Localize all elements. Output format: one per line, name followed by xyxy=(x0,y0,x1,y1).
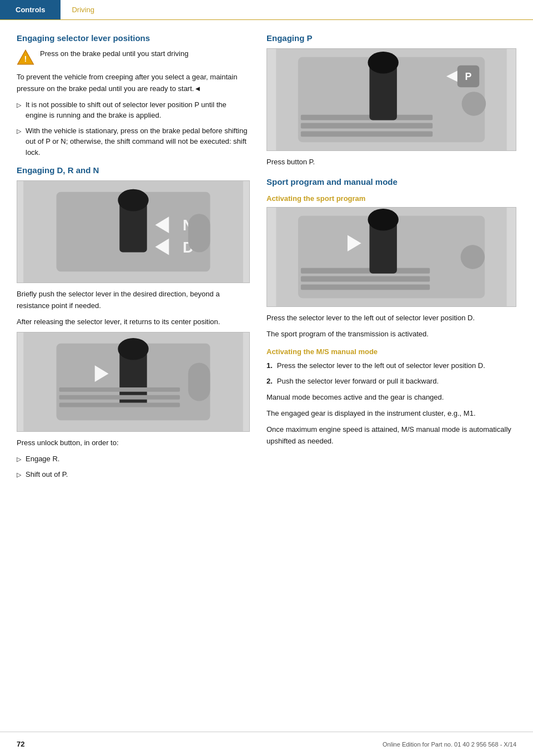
bullet-item-4: ▷ Shift out of P. xyxy=(17,469,250,480)
image-engaging-p: P xyxy=(266,48,516,151)
svg-point-14 xyxy=(118,338,148,360)
svg-rect-18 xyxy=(59,395,180,400)
svg-point-5 xyxy=(118,189,148,211)
body-text-manual-2: The engaged gear is displayed in the ins… xyxy=(266,408,516,420)
svg-text:!: ! xyxy=(24,54,27,63)
header-controls-tab[interactable]: Controls xyxy=(0,0,61,19)
warning-box: ! Press on the brake pedal until you sta… xyxy=(17,48,250,66)
svg-rect-23 xyxy=(301,123,433,129)
body-text-3: After releasing the selector lever, it r… xyxy=(17,316,250,328)
body-text-manual-3: Once maximum engine speed is attained, M… xyxy=(266,424,516,447)
svg-rect-34 xyxy=(301,276,430,281)
drn-illustration: N D xyxy=(17,181,249,283)
image-sport-program xyxy=(266,207,516,307)
svg-rect-17 xyxy=(59,387,180,392)
bullet-arrow-icon-4: ▷ xyxy=(17,470,21,480)
svg-text:P: P xyxy=(465,71,472,82)
body-text-1: To prevent the vehicle from creeping aft… xyxy=(17,72,250,95)
bullet-list-1: ▷ It is not possible to shift out of sel… xyxy=(17,99,250,158)
right-column: Engaging P P Press but xyxy=(266,33,516,487)
svg-point-37 xyxy=(368,209,398,231)
unlock-illustration xyxy=(17,332,249,431)
bullet-text-3: Engage R. xyxy=(26,453,59,465)
section-heading-engaging-drn: Engaging D, R and N xyxy=(17,165,250,175)
num-badge-2: 2. xyxy=(266,376,273,387)
numbered-text-1: Press the selector lever to the left out… xyxy=(277,360,485,371)
body-text-press-p: Press button P. xyxy=(266,157,516,168)
engaging-p-illustration: P xyxy=(267,49,516,150)
controls-label: Controls xyxy=(16,6,45,14)
numbered-item-1: 1. Press the selector lever to the left … xyxy=(266,360,516,371)
body-text-2: Briefly push the selector lever in the d… xyxy=(17,289,250,312)
svg-rect-16 xyxy=(188,363,210,401)
num-badge-1: 1. xyxy=(266,360,273,371)
sport-program-illustration xyxy=(267,208,516,306)
body-text-manual-1: Manual mode becomes active and the gear … xyxy=(266,392,516,404)
bullet-text-2: With the vehicle is stationary, press on… xyxy=(26,125,250,158)
footer-edition: Online Edition for Part no. 01 40 2 956 … xyxy=(383,741,516,748)
section-heading-engaging-p: Engaging P xyxy=(266,33,516,43)
svg-rect-35 xyxy=(301,284,430,290)
svg-point-30 xyxy=(462,92,486,116)
body-text-sport-1: Press the selector lever to the left out… xyxy=(266,313,516,324)
section-heading-sport-manual: Sport program and manual mode xyxy=(266,177,516,187)
bullet-arrow-icon-3: ▷ xyxy=(17,455,21,464)
body-text-sport-2: The sport program of the transmission is… xyxy=(266,329,516,340)
image-drn: N D xyxy=(17,180,250,283)
main-content: Engaging selector lever positions ! Pres… xyxy=(0,20,533,521)
bullet-text-1: It is not possible to shift out of selec… xyxy=(26,99,250,121)
page-number: 72 xyxy=(17,740,24,748)
svg-point-26 xyxy=(368,52,398,74)
subsection-heading-activating-sport: Activating the sport program xyxy=(266,194,516,203)
page-footer: 72 Online Edition for Part no. 01 40 2 9… xyxy=(0,732,533,756)
numbered-item-2: 2. Push the selector lever forward or pu… xyxy=(266,376,516,387)
svg-rect-22 xyxy=(301,115,433,120)
bullet-item-2: ▷ With the vehicle is stationary, press … xyxy=(17,125,250,158)
subsection-heading-ms-manual: Activating the M/S manual mode xyxy=(266,347,516,356)
page-header: Controls Driving xyxy=(0,0,533,20)
svg-point-39 xyxy=(461,245,485,269)
bullet-text-4: Shift out of P. xyxy=(26,469,68,480)
svg-rect-24 xyxy=(301,131,433,137)
left-column: Engaging selector lever positions ! Pres… xyxy=(17,33,250,487)
bullet-arrow-icon-1: ▷ xyxy=(17,100,21,110)
header-driving-tab[interactable]: Driving xyxy=(61,0,105,19)
image-unlock xyxy=(17,332,250,432)
bullet-list-2: ▷ Engage R. ▷ Shift out of P. xyxy=(17,453,250,480)
warning-icon: ! xyxy=(17,48,34,66)
bullet-item-1: ▷ It is not possible to shift out of sel… xyxy=(17,99,250,121)
warning-text: Press on the brake pedal until you start… xyxy=(40,48,188,59)
svg-rect-10 xyxy=(188,214,210,252)
body-text-4: Press unlock button, in order to: xyxy=(17,437,250,449)
svg-rect-33 xyxy=(301,268,430,274)
bullet-item-3: ▷ Engage R. xyxy=(17,453,250,465)
bullet-arrow-icon-2: ▷ xyxy=(17,127,21,136)
section-heading-engaging-selector: Engaging selector lever positions xyxy=(17,33,250,43)
svg-rect-19 xyxy=(59,403,180,407)
driving-label: Driving xyxy=(72,6,94,14)
numbered-list-manual: 1. Press the selector lever to the left … xyxy=(266,360,516,386)
numbered-text-2: Push the selector lever forward or pull … xyxy=(277,376,439,387)
